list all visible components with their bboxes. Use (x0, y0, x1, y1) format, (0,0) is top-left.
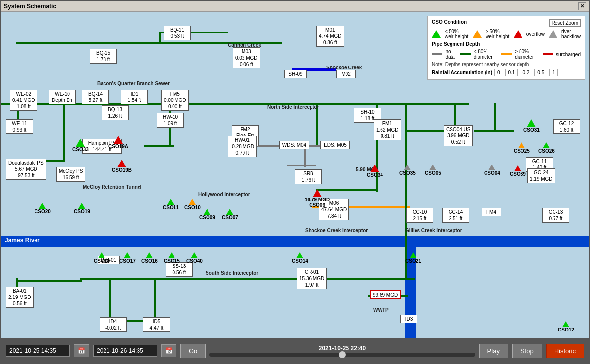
m01-value1: 4.74 MGD (319, 33, 342, 39)
sensor-hw10: HW-10 1.09 ft (157, 113, 184, 128)
rainfall-1-button[interactable]: 1 (549, 69, 558, 76)
cso14-label: CSO14 (292, 258, 308, 264)
sensor-bq14: BQ-14 5.27 ft (82, 90, 109, 104)
close-button[interactable]: ✕ (578, 2, 586, 10)
reset-zoom-button[interactable]: Reset Zoom (549, 19, 581, 27)
pipe-id5-v (154, 278, 156, 322)
douglasdale-value1: 5.67 MGD (8, 166, 44, 172)
stop-button[interactable]: Stop (512, 344, 542, 358)
cso09-group: CSO09 (199, 209, 215, 220)
historic-button[interactable]: Historic (546, 344, 584, 358)
start-calendar-button[interactable]: 📅 (74, 344, 89, 357)
bq14-value: 5.27 ft (84, 97, 106, 103)
cso19-label: CSO19 (74, 209, 90, 214)
cso35-label: CSO35 (399, 170, 416, 176)
cso16-label: CSO16 (141, 258, 158, 264)
cso18-triangle (98, 252, 105, 258)
bq15-value: 1.78 ft (92, 56, 114, 63)
fm2-label: FM2 (234, 126, 256, 132)
gc13-value: 0.77 ft (545, 215, 567, 222)
rainfall-05-button[interactable]: 0.5 (534, 69, 547, 76)
cso17-label: CSO17 (119, 258, 136, 264)
sensor-bq11: BQ-11 0.53 ft (164, 26, 191, 40)
fm1-value1: 1.62 MGD (376, 127, 399, 133)
sensor-sh09: SH-09 (284, 70, 307, 78)
sensor-m01: M01 4.74 MGD 0.86 ft (316, 26, 344, 47)
start-date-input[interactable] (6, 345, 70, 357)
end-calendar-button[interactable]: 📅 (161, 344, 176, 357)
wwtp-label: WWTP (373, 307, 389, 313)
end-date-input[interactable] (93, 345, 157, 357)
we02-value1: 0.41 MGD (12, 97, 35, 103)
pipe-fr-v (494, 103, 496, 132)
rainfall-0-button[interactable]: 0 (494, 69, 503, 76)
bacons-quarter-label: Bacon's Quarter Branch Sewer (97, 81, 170, 86)
sensor-douglasdale: Douglasdale PS 5.67 MGD 97.53 ft (6, 159, 46, 180)
cso06-label: CSO06 (309, 202, 325, 208)
sh09-label: SH-09 (287, 71, 304, 77)
shockoe-interceptor-label: Shockoe Creek Interceptor (305, 228, 368, 233)
pipe-surcharged-label: surcharged (556, 52, 581, 57)
fm5-value1: 0.00 MGD (164, 97, 186, 103)
sensor-we11: WE-11 0.93 ft (6, 119, 33, 134)
timeline-track[interactable] (209, 353, 475, 357)
cso26-label: CSO26 (538, 148, 555, 154)
gc14-value: 2.51 ft (445, 215, 467, 222)
sensor-mccloy-ps: McCloy PS 16.59 ft (56, 167, 85, 182)
sensor-srb: SRB 1.76 ft (295, 169, 322, 184)
pipe-main-interceptor (1, 103, 312, 105)
pipe-lt80-icon (460, 53, 470, 55)
hw01-value2: 0.79 ft (230, 150, 254, 156)
title-bar: System Schematic ✕ (1, 1, 589, 12)
gillies-interceptor-label: Gillies Creek Interceptor (405, 228, 462, 233)
cso-red-label: overflow (526, 32, 545, 37)
sensor-gc10: GC-10 2.15 ft (406, 208, 433, 223)
cso34-label: CSO34 (367, 172, 383, 178)
cso10-label: CSO10 (184, 205, 201, 210)
cso26-triangle (543, 142, 550, 148)
sensor-id1: ID1 1.54 ft (121, 90, 148, 104)
bq11-label: BQ-11 (166, 27, 188, 33)
bq15-label: BQ-15 (92, 50, 114, 56)
sensor-hw01: HW-01 -0.28 MGD 0.79 ft (228, 136, 257, 157)
cso17-group: CSO17 (119, 252, 136, 264)
we10-label: WE-10 (51, 91, 73, 97)
fm5-value2: 0.00 ft (164, 103, 186, 110)
sensor-fm5: FM5 0.00 MGD 0.00 ft (161, 90, 189, 111)
cso05-group: CSO05 (425, 165, 441, 176)
sensor-we10: WE-10 Depth Err (49, 90, 76, 104)
cso-orange-label: > 50% weir height (486, 29, 510, 39)
cso16-group: CSO16 (141, 252, 158, 264)
gc12-value: 1.60 ft (555, 127, 578, 133)
pipe-south-side (80, 278, 415, 280)
sensor-id4: ID4 -0.02 ft (100, 317, 127, 332)
cso19a-group: CSO19A (108, 136, 128, 149)
go-button[interactable]: Go (180, 344, 206, 358)
we11-label: WE-11 (8, 120, 31, 127)
pipe-surcharged-icon (543, 53, 553, 55)
play-button[interactable]: Play (479, 344, 508, 358)
sensor-wwtp: 99.69 MGD (370, 290, 401, 299)
sensor-gc24: GC-24 1.19 MGD (527, 168, 555, 183)
cso39-label: CSO39 (510, 171, 526, 177)
cso10-group: CSO10 (184, 199, 201, 210)
pipe-ba01-h (16, 280, 82, 282)
id3-label: ID3 (403, 316, 415, 322)
id1-label: ID1 (123, 91, 145, 97)
wwtp-value: 99.69 MGD (373, 292, 398, 298)
cso04-label: CSO04 (484, 170, 500, 176)
rainfall-01-button[interactable]: 0.1 (505, 69, 518, 76)
sensor-gc13: GC-13 0.77 ft (542, 208, 569, 223)
ba01-label: BA-01 (8, 288, 31, 294)
hollywood-interceptor-label: Hollywood Interceptor (198, 192, 250, 197)
pipe-nodata-icon (432, 53, 442, 55)
cso15-label: CSO15 (164, 258, 180, 264)
cso05-triangle (429, 165, 436, 170)
fm1-label: FM1 (376, 120, 399, 127)
timeline-container: 2021-10-25 22:40 (209, 345, 475, 357)
cso33-group: CSO33 (72, 139, 89, 152)
bq13-value: 1.26 ft (104, 113, 126, 119)
timeline-thumb[interactable] (339, 351, 346, 358)
cso07-label: CSO07 (222, 215, 238, 220)
rainfall-02-button[interactable]: 0.2 (520, 69, 532, 76)
